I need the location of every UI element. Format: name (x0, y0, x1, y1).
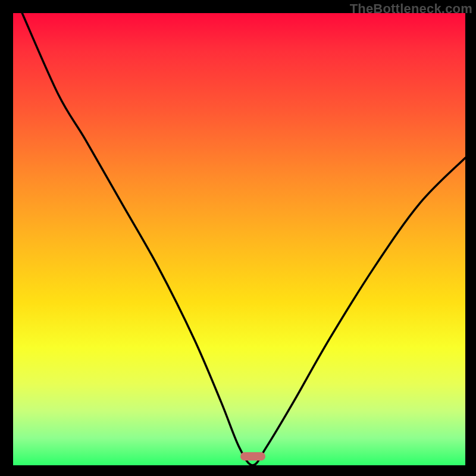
chart-frame: TheBottleneck.com (0, 0, 476, 476)
optimum-marker (240, 452, 265, 461)
watermark-text: TheBottleneck.com (350, 1, 472, 17)
bottleneck-curve (13, 13, 465, 465)
